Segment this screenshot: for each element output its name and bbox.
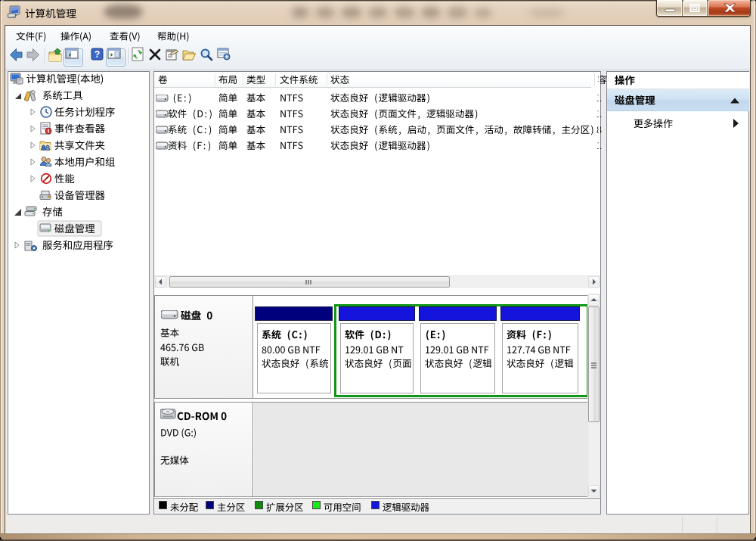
- svg-text:?: ?: [94, 49, 100, 60]
